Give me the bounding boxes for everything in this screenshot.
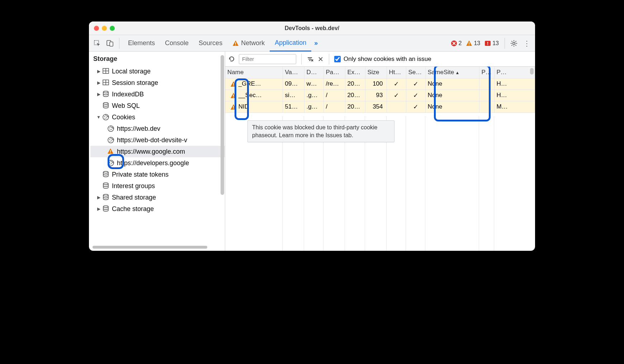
- sidebar-item-label: https://www.google.com: [117, 148, 185, 155]
- column-header[interactable]: Name: [225, 67, 283, 78]
- expand-chevron-icon[interactable]: ▶: [95, 69, 102, 74]
- warning-icon: [466, 40, 472, 47]
- expand-chevron-icon[interactable]: ▶: [95, 195, 102, 200]
- filter-input[interactable]: [239, 54, 296, 64]
- cell: [479, 101, 494, 112]
- cell: [479, 90, 494, 101]
- sidebar-item[interactable]: ▶Session storage: [90, 77, 225, 88]
- sidebar-item[interactable]: ▶Local storage: [90, 66, 225, 77]
- table-row[interactable]: NID51….g…/20…354✓NoneM…: [225, 101, 535, 112]
- sidebar-item[interactable]: ▼Cookies: [90, 111, 225, 123]
- column-header[interactable]: D…: [304, 67, 323, 78]
- cookie-icon: [107, 125, 115, 132]
- sidebar-item[interactable]: Web SQL: [90, 100, 225, 111]
- expand-chevron-icon[interactable]: ▼: [95, 115, 102, 120]
- cell: __Sec…: [225, 90, 283, 101]
- settings-icon[interactable]: [509, 38, 519, 49]
- cell: .g…: [304, 101, 323, 112]
- only-issues-label: Only show cookies with an issue: [344, 56, 431, 63]
- column-header[interactable]: Pa…: [323, 67, 345, 78]
- sidebar-item-label: Cookies: [112, 114, 135, 121]
- warn-icon: [107, 148, 115, 155]
- expand-chevron-icon[interactable]: ▶: [95, 80, 102, 85]
- warning-count[interactable]: 13: [466, 40, 480, 47]
- db-cyl-icon: [102, 182, 110, 190]
- tab-network[interactable]: Network: [227, 35, 270, 52]
- sidebar-item[interactable]: Private state tokens: [90, 169, 225, 180]
- sidebar-item[interactable]: https://www.google.com: [90, 146, 225, 157]
- kebab-menu-icon[interactable]: ⋮: [521, 38, 532, 49]
- only-issues-checkbox[interactable]: [334, 56, 341, 62]
- cell: 100: [365, 78, 387, 90]
- cell: 354: [365, 101, 387, 112]
- tab-application[interactable]: Application: [270, 35, 311, 52]
- sidebar-item[interactable]: ▶IndexedDB: [90, 88, 225, 100]
- cell: 09…: [283, 78, 304, 90]
- column-header[interactable]: Va…: [283, 67, 304, 78]
- warning-icon: [232, 40, 239, 47]
- clear-all-icon[interactable]: [307, 56, 314, 62]
- tab-label: Sources: [199, 39, 222, 47]
- column-header[interactable]: P…: [479, 67, 494, 78]
- tab-label: Application: [275, 39, 306, 47]
- issues-count[interactable]: 13: [484, 40, 499, 47]
- cell: None: [425, 90, 479, 101]
- error-icon: [451, 40, 457, 47]
- expand-chevron-icon[interactable]: ▶: [95, 206, 102, 211]
- tooltip-text: This cookie was blocked due to third-par…: [252, 124, 378, 138]
- refresh-icon[interactable]: [228, 56, 235, 63]
- cell: /: [323, 101, 345, 112]
- device-toolbar-icon[interactable]: [105, 38, 115, 49]
- main-tabbar: Elements Console Sources Network Applica…: [89, 35, 535, 52]
- column-header[interactable]: Ex…: [345, 67, 365, 78]
- cookie-icon: [102, 114, 110, 121]
- sidebar-item-label: Web SQL: [112, 102, 140, 110]
- more-tabs-button[interactable]: »: [311, 39, 321, 47]
- cell-text: NID: [238, 103, 249, 110]
- sidebar-item[interactable]: https://developers.google: [90, 157, 225, 169]
- sidebar-scrollbar-thumb[interactable]: [221, 55, 224, 195]
- cookie-blocked-tooltip: This cookie was blocked due to third-par…: [247, 120, 394, 142]
- sidebar-item-label: https://developers.google: [117, 159, 189, 167]
- cookie-icon: [107, 136, 115, 144]
- cell: ✓: [406, 78, 425, 90]
- delete-selected-icon[interactable]: [317, 56, 324, 62]
- column-header[interactable]: P…: [494, 67, 535, 78]
- table-row[interactable]: __Sec…si….g…/20…93✓✓NoneH…: [225, 90, 535, 101]
- sidebar-item[interactable]: Interest groups: [90, 180, 225, 192]
- cell-text: _GRE…: [238, 80, 261, 87]
- sort-indicator-icon: ▲: [454, 70, 459, 75]
- divider: [301, 54, 302, 64]
- column-header[interactable]: Ht…: [387, 67, 406, 78]
- divider: [329, 54, 329, 64]
- cookies-table: NameVa…D…Pa…Ex…SizeHt…Se…SameSite ▲P…P… …: [225, 67, 535, 113]
- column-header[interactable]: Se…: [406, 67, 425, 78]
- table-scrollbar-thumb[interactable]: [530, 68, 534, 75]
- sidebar-item[interactable]: https://web-dot-devsite-v: [90, 134, 225, 146]
- db-cyl-icon: [102, 194, 110, 201]
- tab-console[interactable]: Console: [160, 35, 194, 52]
- column-header[interactable]: SameSite ▲: [425, 67, 479, 78]
- titlebar: DevTools - web.dev/: [89, 21, 535, 35]
- cell: H…: [494, 78, 535, 90]
- error-count[interactable]: 2: [451, 40, 462, 47]
- sidebar-item-label: Cache storage: [112, 205, 154, 213]
- warning-icon: [230, 92, 237, 99]
- sidebar-item[interactable]: ▶Shared storage: [90, 192, 225, 203]
- tab-sources[interactable]: Sources: [194, 35, 227, 52]
- tab-elements[interactable]: Elements: [123, 35, 160, 52]
- sidebar-item-label: https://web-dot-devsite-v: [117, 136, 187, 144]
- cell: [479, 78, 494, 90]
- expand-chevron-icon[interactable]: ▶: [95, 92, 102, 97]
- cell: ✓: [406, 101, 425, 112]
- sidebar-item[interactable]: ▶Cache storage: [90, 203, 225, 215]
- warning-icon: [230, 81, 237, 87]
- inspect-element-icon[interactable]: [92, 38, 103, 49]
- column-header[interactable]: Size: [365, 67, 387, 78]
- count-label: 2: [459, 40, 462, 47]
- table-row[interactable]: _GRE…09…w…/re…20…100✓✓NoneH…: [225, 78, 535, 90]
- sidebar-h-scrollbar-thumb[interactable]: [93, 246, 207, 249]
- only-issues-toggle[interactable]: Only show cookies with an issue: [334, 56, 431, 63]
- cell: w…: [304, 78, 323, 90]
- sidebar-item[interactable]: https://web.dev: [90, 123, 225, 134]
